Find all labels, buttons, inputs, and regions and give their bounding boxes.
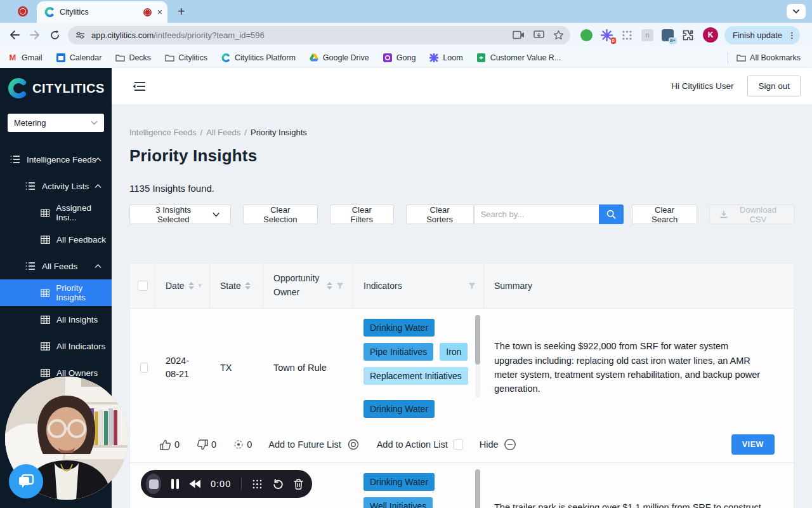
row-checkbox[interactable]: [140, 363, 148, 373]
sidebar-item-all-feedback[interactable]: All Feedback: [0, 226, 112, 253]
sidebar-item-assigned-insights[interactable]: Assigned Insi...: [0, 199, 112, 226]
browser-menu-icon[interactable]: ⋮: [785, 30, 796, 40]
restart-recording-button[interactable]: [273, 479, 284, 490]
sign-out-button[interactable]: Sign out: [747, 76, 801, 97]
indicator-tag: Well Initiatives: [363, 497, 433, 508]
bookmark-citylitics-platform[interactable]: Citylitics Platform: [221, 53, 296, 63]
bookmark-customer-value[interactable]: Customer Value R...: [476, 53, 561, 63]
column-indicators[interactable]: Indicators: [363, 281, 402, 291]
back-button[interactable]: [9, 30, 20, 40]
extensions-puzzle-icon[interactable]: [682, 29, 694, 41]
blue-extension-icon[interactable]: 8+: [662, 29, 674, 41]
clear-sorters-button[interactable]: Clear Sorters: [406, 204, 474, 224]
tab-close-icon[interactable]: ×: [157, 8, 162, 17]
table-icon: [41, 236, 50, 244]
team-select-value: Metering: [14, 118, 46, 128]
all-bookmarks-button[interactable]: All Bookmarks: [736, 53, 801, 63]
clear-filters-button[interactable]: Clear Filters: [330, 204, 394, 224]
blur-tool-button[interactable]: [252, 479, 263, 490]
address-bar[interactable]: app.citylitics.com/intfeeds/priority?tea…: [68, 26, 570, 44]
bookmark-loom[interactable]: Loom: [429, 53, 462, 63]
sort-icon[interactable]: [188, 282, 194, 290]
delete-recording-button[interactable]: [294, 479, 303, 490]
bookmark-citylitics-folder[interactable]: Citylitics: [164, 53, 207, 63]
view-button[interactable]: VIEW: [731, 434, 775, 455]
indicators-scrollbar[interactable]: [475, 469, 480, 508]
sidebar-item-activity-lists[interactable]: Activity Lists: [0, 173, 112, 199]
green-extension-icon[interactable]: [580, 29, 593, 41]
bookmark-decks[interactable]: Decks: [115, 53, 151, 63]
like-button[interactable]: 0: [159, 439, 180, 451]
gray-extension-icon[interactable]: n: [641, 29, 653, 41]
dot-grid-icon: [252, 479, 263, 490]
indicator-tags: Drinking WaterPipe InitiativesIronReplac…: [363, 319, 469, 418]
team-select[interactable]: Metering: [8, 114, 104, 132]
breadcrumb-intelligence-feeds[interactable]: Intelligence Feeds: [129, 128, 197, 137]
new-tab-button[interactable]: +: [178, 4, 185, 19]
sidebar-item-all-insights[interactable]: All Insights: [0, 306, 112, 333]
rewind-button[interactable]: [189, 479, 202, 488]
sidebar-item-intelligence-feeds[interactable]: Intelligence Feeds: [0, 146, 112, 173]
bookmark-star-icon[interactable]: [553, 30, 564, 40]
starburst-extension-icon[interactable]: 6: [601, 29, 613, 41]
breadcrumb-all-feeds[interactable]: All Feeds: [206, 128, 240, 137]
download-icon: [720, 210, 728, 218]
thumbs-down-icon: [196, 439, 209, 451]
clear-selection-button[interactable]: Clear Selection: [243, 204, 318, 224]
collapse-sidebar-icon[interactable]: [132, 81, 146, 92]
target-count[interactable]: 0: [233, 439, 252, 450]
filter-icon[interactable]: [336, 283, 344, 290]
browser-tab[interactable]: Citylitics ×: [37, 1, 167, 23]
tab-capture-icon[interactable]: [513, 30, 525, 39]
app-logo[interactable]: CITYLITICS: [0, 68, 112, 107]
bookmark-gmail[interactable]: MGmail: [8, 53, 43, 63]
dislike-button[interactable]: 0: [196, 439, 216, 451]
filter-icon[interactable]: [198, 283, 202, 290]
url-host: app.citylitics.com: [91, 30, 154, 40]
sidebar-item-all-indicators[interactable]: All Indicators: [0, 333, 112, 359]
sidebar-nav: Intelligence Feeds Activity Lists Assign…: [0, 146, 112, 386]
filter-icon[interactable]: [468, 283, 476, 290]
site-info-icon[interactable]: [75, 31, 85, 39]
citylitics-favicon: [44, 7, 55, 17]
finish-update-button[interactable]: Finish update ⋮: [724, 26, 800, 44]
insight-date: 2024-08-21: [166, 354, 189, 381]
add-to-future-list-button[interactable]: Add to Future List: [268, 439, 360, 450]
action-list-checkbox[interactable]: [453, 439, 463, 450]
sidebar-item-priority-insights[interactable]: Priority Insights: [0, 279, 112, 306]
sort-icon[interactable]: [245, 282, 251, 290]
watch-icon: [346, 439, 360, 450]
recorder-divider: [241, 478, 242, 490]
search-input[interactable]: [474, 204, 599, 224]
column-state[interactable]: State: [220, 281, 241, 291]
profile-avatar[interactable]: K: [703, 27, 718, 43]
install-icon[interactable]: [534, 30, 544, 40]
sort-icon[interactable]: [327, 282, 332, 290]
reload-button[interactable]: [49, 30, 60, 41]
insights-selected-dropdown[interactable]: 3 Insights Selected: [129, 204, 231, 224]
search-button[interactable]: [599, 204, 624, 224]
indicators-scrollbar[interactable]: [475, 315, 480, 398]
window-chevron-button[interactable]: [787, 4, 806, 19]
bookmark-google-drive[interactable]: Google Drive: [309, 53, 369, 63]
insight-indicators: Drinking WaterWell InitiativesNew Build …: [353, 463, 484, 508]
restart-icon: [273, 479, 284, 490]
extension-badge-blue: 8+: [669, 37, 677, 44]
filter-icon[interactable]: [254, 283, 255, 290]
forward-button[interactable]: [29, 30, 41, 40]
chat-widget-button[interactable]: [9, 464, 43, 498]
bookmark-calendar[interactable]: Calendar: [56, 53, 102, 63]
column-date[interactable]: Date: [166, 281, 185, 291]
select-all-checkbox[interactable]: [138, 281, 148, 291]
clear-search-button[interactable]: Clear Search: [632, 204, 697, 224]
add-to-action-list-button[interactable]: Add to Action List: [377, 439, 463, 450]
tab-title: Citylitics: [60, 8, 89, 17]
chevron-up-icon: [95, 264, 102, 269]
sidebar-item-all-feeds[interactable]: All Feeds: [0, 253, 112, 279]
column-owner[interactable]: Opportunity Owner: [273, 272, 323, 299]
bookmark-gong[interactable]: Gong: [383, 53, 416, 63]
dots-extension-icon[interactable]: [621, 29, 633, 41]
stop-recording-button[interactable]: [146, 474, 161, 494]
pause-recording-button[interactable]: [171, 479, 179, 489]
hide-button[interactable]: Hide: [480, 438, 516, 451]
